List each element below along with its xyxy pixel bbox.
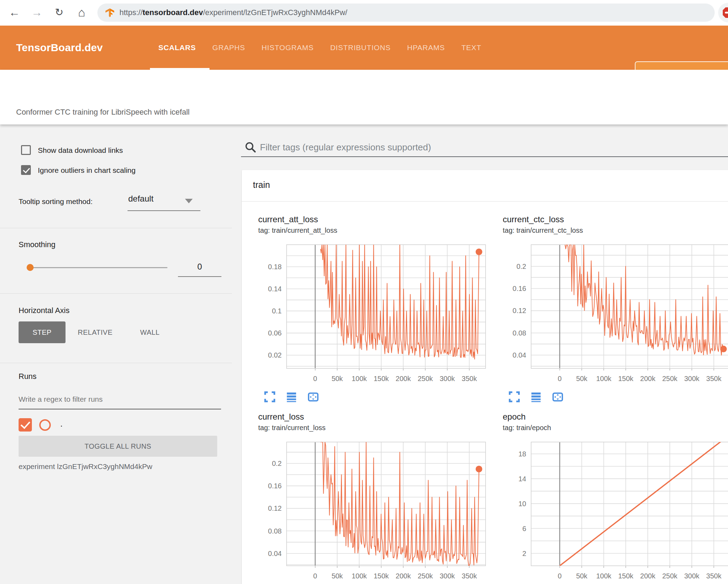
smoothing-slider-track[interactable]	[30, 267, 167, 268]
svg-text:250k: 250k	[418, 375, 433, 382]
svg-text:200k: 200k	[396, 375, 411, 382]
sidebar-divider	[0, 228, 232, 228]
runs-filter-input[interactable]: Write a regex to filter runs	[19, 395, 103, 403]
series-end-marker	[720, 346, 727, 352]
fit-data-icon[interactable]	[286, 391, 297, 402]
svg-text:2: 2	[522, 550, 526, 557]
tab-text[interactable]: TEXT	[461, 43, 481, 52]
chart-tag: tag: train/current_ctc_loss	[503, 226, 583, 235]
show-download-links-checkbox[interactable]	[21, 145, 31, 155]
svg-text:50k: 50k	[331, 572, 343, 580]
fullscreen-icon[interactable]	[509, 391, 520, 402]
svg-text:200k: 200k	[640, 572, 655, 580]
svg-text:0.16: 0.16	[268, 482, 282, 490]
axis-step-button[interactable]: STEP	[19, 321, 66, 343]
ignore-outliers-label: Ignore outliers in chart scaling	[38, 166, 136, 175]
forward-icon[interactable]: →	[29, 3, 45, 21]
filter-tags-input[interactable]: Filter tags (regular expressions support…	[260, 142, 431, 153]
svg-text:0: 0	[558, 375, 562, 382]
chart-toolbar	[509, 391, 563, 402]
back-icon[interactable]: ←	[6, 3, 22, 21]
charts-main: Filter tags (regular expressions support…	[232, 124, 728, 584]
train-card: train current_att_losstag: train/current…	[242, 170, 728, 584]
svg-text:0.16: 0.16	[513, 285, 526, 292]
ignore-outliers-checkbox[interactable]	[21, 165, 31, 175]
svg-text:6: 6	[522, 525, 526, 532]
settings-sidebar: Show data download links Ignore outliers…	[0, 124, 232, 584]
smoothing-label: Smoothing	[19, 240, 55, 249]
axis-wall-button[interactable]: WALL	[140, 328, 160, 337]
svg-text:10: 10	[518, 500, 526, 508]
chart-plot-current_att_loss[interactable]: 050k100k150k200k250k300k350k0.020.060.10…	[250, 238, 492, 389]
svg-text:0.1: 0.1	[272, 307, 282, 315]
chevron-down-icon[interactable]	[185, 199, 193, 203]
chart-tag: tag: train/current_att_loss	[258, 226, 337, 235]
tab-scalars[interactable]: SCALARS	[158, 43, 196, 52]
axis-relative-button[interactable]: RELATIVE	[78, 328, 112, 337]
svg-text:350k: 350k	[462, 375, 477, 382]
home-icon[interactable]: ⌂	[74, 3, 90, 21]
pan-zoom-icon[interactable]	[308, 391, 319, 402]
series-line	[560, 436, 728, 566]
smoothing-slider-thumb[interactable]	[27, 264, 34, 271]
extension-badge-icon[interactable]	[718, 3, 728, 22]
chart-title: current_loss	[258, 412, 304, 422]
chart-block-current_loss: current_losstag: train/current_loss050k1…	[250, 410, 492, 584]
search-icon	[245, 141, 256, 153]
svg-text:0.02: 0.02	[268, 351, 282, 359]
svg-text:350k: 350k	[706, 375, 722, 382]
horizontal-axis-label: Horizontal Axis	[19, 306, 70, 315]
sidebar-divider	[0, 293, 232, 294]
chart-title: epoch	[503, 412, 526, 422]
run-checkbox[interactable]	[19, 418, 32, 432]
svg-text:350k: 350k	[462, 572, 477, 580]
svg-text:200k: 200k	[640, 375, 655, 382]
filter-tags-underline	[241, 156, 728, 157]
svg-text:250k: 250k	[418, 572, 433, 580]
svg-text:300k: 300k	[684, 572, 700, 580]
tab-histograms[interactable]: HISTOGRAMS	[262, 43, 314, 52]
svg-text:0.18: 0.18	[268, 263, 282, 271]
card-divider	[242, 201, 728, 202]
smoothing-value[interactable]: 0	[178, 262, 221, 272]
fullscreen-icon[interactable]	[264, 391, 275, 402]
show-download-links-label: Show data download links	[38, 146, 123, 155]
content-area: Show data download links Ignore outliers…	[0, 124, 728, 584]
url-text: https://tensorboard.dev/experiment/lzGnE…	[119, 8, 347, 17]
tab-hparams[interactable]: HPARAMS	[407, 43, 445, 52]
chart-plot-epoch[interactable]: 050k100k150k200k250k300k350k26101418	[495, 435, 728, 584]
svg-text:150k: 150k	[373, 375, 389, 382]
svg-text:0.04: 0.04	[513, 351, 526, 359]
series-end-marker	[476, 466, 482, 473]
svg-text:100k: 100k	[596, 572, 612, 580]
svg-text:14: 14	[518, 475, 526, 483]
svg-text:0: 0	[313, 572, 317, 580]
svg-text:150k: 150k	[373, 572, 389, 580]
runs-label: Runs	[19, 372, 36, 381]
tensorboard-favicon	[105, 8, 115, 18]
run-color-swatch[interactable]	[39, 419, 51, 431]
toggle-all-runs-button[interactable]: TOGGLE ALL RUNS	[19, 436, 217, 457]
svg-text:0.14: 0.14	[268, 285, 282, 293]
group-title[interactable]: train	[253, 180, 270, 190]
svg-text:150k: 150k	[618, 572, 633, 580]
svg-text:0.2: 0.2	[516, 263, 526, 270]
chart-tag: tag: train/current_loss	[258, 424, 325, 432]
tooltip-sorting-select[interactable]: default	[128, 194, 153, 204]
svg-text:50k: 50k	[576, 572, 588, 580]
fit-data-icon[interactable]	[530, 391, 542, 402]
svg-text:0.12: 0.12	[268, 504, 282, 512]
url-bar[interactable]: https://tensorboard.dev/experiment/lzGnE…	[97, 4, 715, 22]
chart-plot-current_ctc_loss[interactable]: 050k100k150k200k250k300k350k0.040.080.12…	[495, 238, 728, 389]
series-end-marker	[476, 249, 482, 255]
runs-filter-underline	[19, 409, 221, 409]
reload-icon[interactable]: ↻	[51, 3, 67, 21]
pan-zoom-icon[interactable]	[552, 391, 563, 402]
tab-graphs[interactable]: GRAPHS	[212, 43, 245, 52]
chart-plot-current_loss[interactable]: 050k100k150k200k250k300k350k0.040.080.12…	[250, 435, 492, 584]
tooltip-sorting-label: Tooltip sorting method:	[19, 197, 92, 206]
app-logo[interactable]: TensorBoard.dev	[16, 26, 103, 70]
tab-distributions[interactable]: DISTRIBUTIONS	[330, 43, 391, 52]
svg-text:100k: 100k	[352, 572, 367, 580]
stop-octagon-icon	[722, 7, 728, 19]
